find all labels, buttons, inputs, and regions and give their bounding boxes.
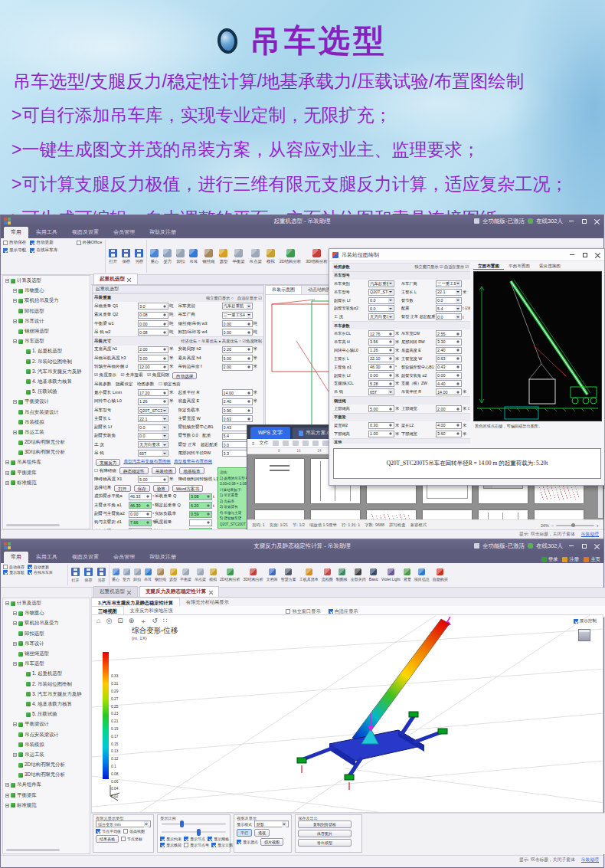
expander-icon[interactable] [13,621,17,625]
tool-button[interactable]: 平衡梁 [178,563,193,587]
tree-item[interactable]: 平衡梁设计 [3,719,90,729]
account-link[interactable]: 登录 [541,556,558,563]
field-input[interactable]: 46.30 [368,364,394,371]
tool-button[interactable]: 项目信息 [413,563,431,587]
maximize-button[interactable] [580,251,590,259]
spinner-icon[interactable] [163,364,167,370]
field-select[interactable]: 65T [368,388,394,395]
field-select[interactable]: 汽车起重机 [222,303,253,310]
cad-tab[interactable]: 立面布置图 [473,263,504,270]
tool-button[interactable]: 自助购买 [431,563,450,587]
display-checkbox[interactable]: 显示约束 [160,837,182,841]
menu-icon[interactable]: ≡ [252,441,256,446]
close-icon[interactable] [208,590,213,594]
spinner-icon[interactable] [389,331,393,337]
ribbon-tab[interactable]: 常用 [4,227,28,238]
chevron-down-icon[interactable] [388,314,393,320]
close-icon[interactable] [127,277,132,282]
wps-app-tab[interactable]: WPS 文字 [250,427,290,439]
spinner-icon[interactable] [456,364,460,370]
page-thumbnail[interactable] [367,510,416,519]
spinner-icon[interactable] [389,406,393,412]
field-input[interactable]: 0.00 [222,320,253,327]
projection-button[interactable]: 平行 [237,829,252,837]
field-input[interactable]: 12.76 [368,330,394,337]
spinner-icon[interactable] [163,355,167,362]
field-input[interactable]: 0.00 [138,320,168,327]
expander-icon[interactable] [5,471,9,475]
page-thumbnail[interactable] [255,459,304,503]
field-input[interactable]: 22.10 [368,355,394,362]
tool-button[interactable]: 3D结构分析 [241,563,264,587]
expander-icon[interactable] [5,804,9,807]
chevron-down-icon[interactable] [456,280,460,287]
tree-item[interactable]: 吊车选型 [3,659,90,669]
tree-item[interactable]: 5. 压载试验 [3,709,90,719]
chevron-down-icon[interactable] [162,424,167,431]
tool-button[interactable]: 2D结构分析 [277,238,303,274]
field-input[interactable]: 0.59 [189,511,212,518]
page-thumbnail[interactable] [535,510,584,519]
tree-item[interactable]: 吊耳设计 [3,639,90,649]
spinner-icon[interactable] [247,321,251,327]
ribbon-tab[interactable]: 视图及设置 [65,552,106,563]
tree-item[interactable]: 4. 地基承载力核算 [3,377,90,387]
doc-tab[interactable]: 起重机选型 [93,586,138,597]
chevron-down-icon[interactable] [162,433,167,439]
chevron-down-icon[interactable] [388,280,393,287]
field-input[interactable]: 3.08 [189,493,212,500]
field-input[interactable]: 0.30 [368,422,394,429]
field-input[interactable]: 2.00 [138,346,168,353]
mode-select[interactable]: 阴影 [254,821,289,827]
field-input[interactable] [189,519,212,526]
field-input[interactable]: 3.56 [368,339,394,346]
form-button[interactable]: Word方案书 [172,485,203,492]
tool-button[interactable]: 钢丝绳 [200,238,217,274]
chevron-down-icon[interactable] [162,450,167,457]
tool-button[interactable]: 吊耳 [142,563,153,587]
spinner-icon[interactable] [456,389,460,395]
spinner-icon[interactable] [456,355,460,362]
tool-button[interactable]: 吊点梁 [193,563,208,587]
field-input[interactable]: 3.60 [436,431,462,437]
expander-icon[interactable] [13,319,17,323]
ribbon-tab[interactable]: 帮助及注册 [142,227,183,238]
file-button[interactable]: 保存 [119,238,132,274]
option-checkbox[interactable]: 自动保存 [3,565,25,569]
tree-item[interactable]: 5. 压载试验 [3,387,90,397]
tree-item[interactable]: 钢丝绳选型 [3,326,90,336]
spinner-icon[interactable] [389,347,393,353]
spinner-icon[interactable] [389,422,393,428]
ribbon-tab[interactable]: 会员管理 [106,227,142,238]
field-select[interactable]: 0.0 [368,297,394,304]
result-table-button[interactable]: 结果表格 [96,835,119,843]
spinner-icon[interactable] [163,390,167,396]
tool-button[interactable]: 智慧方案 [280,563,298,587]
tree-item[interactable]: 吊具组件库 [3,780,90,790]
projection-button[interactable]: 透视 [254,829,270,837]
form-button[interactable]: 自动选择 [172,372,197,379]
tree-item[interactable]: 计算及选型 [3,276,90,286]
field-input[interactable]: 0.00 [222,329,253,336]
field-select[interactable]: 三一重工SANY [436,280,462,287]
option-checkbox[interactable]: 自动更新 [30,240,53,246]
export-button[interactable]: 保存图片 [298,830,352,837]
field-select[interactable]: 0.0 [436,313,462,320]
spinner-icon[interactable] [456,381,460,387]
field-input[interactable]: 14.00 [436,388,462,395]
spinner-icon[interactable] [163,329,167,336]
tree-item[interactable]: 吊点安装梁设计 [3,729,90,739]
field-input[interactable]: 2.40 [436,347,462,354]
scale-slider[interactable] [162,823,226,825]
spinner-icon[interactable] [389,372,393,378]
tree-item[interactable]: 吊运工装 [3,427,90,437]
viewport-tool-icon[interactable]: ⌂ [96,617,100,627]
field-input[interactable]: 5.28 [368,380,394,387]
minimize-button[interactable] [566,217,576,225]
field-select[interactable]: 22.1 [138,415,168,422]
field-input[interactable]: 46.33 [129,493,152,500]
chevron-down-icon[interactable] [247,312,251,318]
minimize-button[interactable] [566,542,576,550]
tree-item[interactable]: 3D结构有限元分析 [3,447,90,457]
field-input[interactable]: 5.00 [138,476,168,483]
